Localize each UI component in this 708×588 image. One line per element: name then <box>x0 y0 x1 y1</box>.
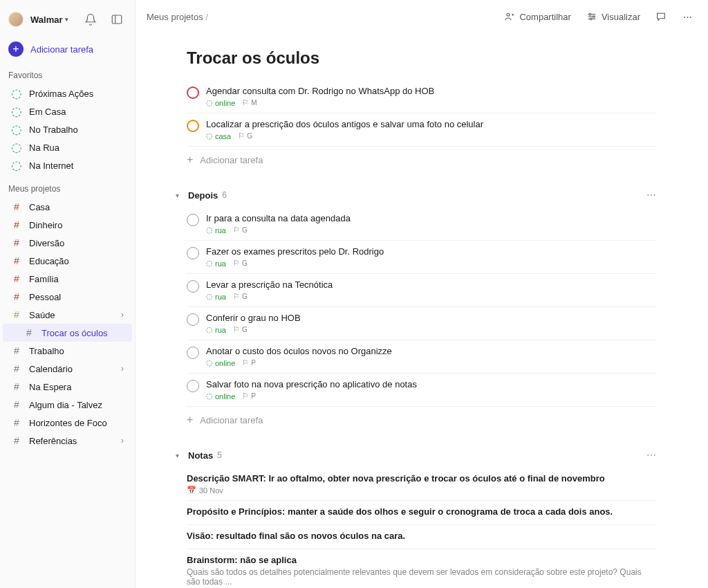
context-tag[interactable]: ◌rua <box>206 292 226 301</box>
filter-icon: ◌ <box>11 142 22 153</box>
sidebar-favorite-item[interactable]: ◌No Trabalho <box>3 120 132 138</box>
sidebar-project-item[interactable]: #Calendário› <box>3 360 132 378</box>
add-task-inline[interactable]: +Adicionar tarefa <box>187 147 657 173</box>
flag-tag[interactable]: ⚐G <box>233 292 248 301</box>
comment-icon <box>655 11 667 22</box>
filter-icon: ◌ <box>11 106 22 117</box>
filter-icon: ◌ <box>11 88 22 99</box>
breadcrumb[interactable]: Meus projetos / <box>147 12 208 22</box>
section-header[interactable]: ▾ Notas 5 ⋯ <box>187 448 657 462</box>
workspace-switcher[interactable]: Walmar ▾ <box>30 15 74 25</box>
hash-icon: # <box>11 273 22 284</box>
context-tag[interactable]: ◌online <box>206 392 235 401</box>
task-row[interactable]: Levar a prescrição na Tecnótica ◌rua ⚐G <box>187 274 657 307</box>
task-row[interactable]: Conferir o grau no HOB ◌rua ⚐G <box>187 307 657 340</box>
task-row[interactable]: Salvar foto na nova prescrição no aplica… <box>187 374 657 407</box>
more-button[interactable]: ⋯ <box>678 8 697 25</box>
more-icon: ⋯ <box>682 11 693 22</box>
sidebar-favorite-item[interactable]: ◌Em Casa <box>3 102 132 120</box>
flag-tag[interactable]: ⚐P <box>242 392 256 401</box>
task-row[interactable]: Anotar o custo dos óculos novos no Organ… <box>187 340 657 374</box>
sidebar-project-item[interactable]: #Referências› <box>3 432 132 450</box>
sidebar-favorite-item[interactable]: ◌Próximas Ações <box>3 84 132 102</box>
task-checkbox[interactable] <box>187 280 199 293</box>
tag-icon: ◌ <box>206 292 213 301</box>
chevron-right-icon: › <box>121 364 124 374</box>
sidebar-project-item[interactable]: #Casa <box>3 198 132 216</box>
task-checkbox[interactable] <box>187 86 199 99</box>
chevron-down-icon[interactable]: ▾ <box>170 448 184 462</box>
sidebar-project-item[interactable]: #Saúde› <box>3 306 132 324</box>
context-tag[interactable]: ◌rua <box>206 226 226 235</box>
note-title: Visão: resultado final são os novos ócul… <box>187 531 657 541</box>
sidebar-project-item[interactable]: #Algum dia - Talvez <box>3 396 132 414</box>
context-tag[interactable]: ◌rua <box>206 325 226 334</box>
task-row[interactable]: Ir para a consulta na data agendada ◌rua… <box>187 208 657 241</box>
add-task-inline[interactable]: +Adicionar tarefa <box>187 407 657 433</box>
section-more-icon[interactable]: ⋯ <box>646 450 657 461</box>
avatar[interactable] <box>8 12 24 27</box>
task-row[interactable]: Agendar consulta com Dr. Rodrigo no What… <box>187 80 657 113</box>
note-row[interactable]: Visão: resultado final são os novos ócul… <box>187 525 657 549</box>
share-button[interactable]: Compartilhar <box>500 8 575 25</box>
svg-point-2 <box>507 13 510 16</box>
hash-icon: # <box>24 327 35 338</box>
page-title: Trocar os óculos <box>187 48 657 68</box>
flag-tag[interactable]: ⚐M <box>242 98 257 107</box>
projects-header[interactable]: Meus projetos <box>0 181 135 198</box>
section-more-icon[interactable]: ⋯ <box>646 190 657 201</box>
flag-tag[interactable]: ⚐P <box>242 358 256 367</box>
task-row[interactable]: Fazer os exames prescritos pelo Dr. Rodr… <box>187 241 657 274</box>
note-title: Brainstorm: não se aplica <box>187 555 657 565</box>
task-title: Anotar o custo dos óculos novos no Organ… <box>206 346 657 356</box>
flag-icon: ⚐ <box>233 292 240 301</box>
note-row[interactable]: Descrição SMART: Ir ao oftalmo, obter no… <box>187 468 657 501</box>
context-tag[interactable]: ◌casa <box>206 131 231 140</box>
context-tag[interactable]: ◌rua <box>206 259 226 268</box>
hash-icon: # <box>11 399 22 410</box>
svg-rect-0 <box>112 15 122 24</box>
view-button[interactable]: Visualizar <box>582 8 644 25</box>
task-checkbox[interactable] <box>187 120 199 132</box>
flag-tag[interactable]: ⚐G <box>233 259 248 268</box>
plus-icon: + <box>187 414 193 426</box>
favorites-header[interactable]: Favoritos <box>0 68 135 84</box>
task-checkbox[interactable] <box>187 247 199 259</box>
chevron-right-icon: › <box>121 310 124 320</box>
tag-icon: ◌ <box>206 259 213 268</box>
sidebar-favorite-item[interactable]: ◌Na Rua <box>3 138 132 156</box>
flag-tag[interactable]: ⚐G <box>233 226 248 235</box>
sidebar-project-item[interactable]: #Dinheiro <box>3 216 132 234</box>
task-title: Ir para a consulta na data agendada <box>206 213 657 223</box>
task-checkbox[interactable] <box>187 313 199 326</box>
chevron-down-icon[interactable]: ▾ <box>170 188 184 202</box>
task-checkbox[interactable] <box>187 347 199 359</box>
flag-icon: ⚐ <box>242 98 249 107</box>
sidebar-project-item[interactable]: #Diversão <box>3 234 132 252</box>
task-title: Salvar foto na nova prescrição no aplica… <box>206 379 657 389</box>
task-checkbox[interactable] <box>187 380 199 392</box>
context-tag[interactable]: ◌online <box>206 98 235 107</box>
note-row[interactable]: Brainstorm: não se aplica Quais são todo… <box>187 549 657 588</box>
context-tag[interactable]: ◌online <box>206 358 235 367</box>
sidebar-project-item[interactable]: #Trocar os óculos <box>3 324 132 342</box>
sidebar-favorite-item[interactable]: ◌Na Internet <box>3 156 132 174</box>
flag-tag[interactable]: ⚐G <box>238 131 252 140</box>
comments-button[interactable] <box>651 8 671 25</box>
notifications-icon[interactable] <box>81 10 100 29</box>
sidebar-project-item[interactable]: #Na Espera <box>3 378 132 396</box>
note-description: Quais são todos os detalhes potencialmen… <box>187 567 657 587</box>
sidebar-project-item[interactable]: #Horizontes de Foco <box>3 414 132 432</box>
sidebar-project-item[interactable]: #Pessoal <box>3 288 132 306</box>
tag-icon: ◌ <box>206 131 213 140</box>
sidebar-toggle-icon[interactable] <box>107 10 127 29</box>
section-header[interactable]: ▾ Depois 6 ⋯ <box>187 188 657 202</box>
task-row[interactable]: Localizar a prescrição dos óculos antigo… <box>187 113 657 147</box>
add-task-button[interactable]: + Adicionar tarefa <box>0 37 135 61</box>
sidebar-project-item[interactable]: #Educação <box>3 252 132 270</box>
note-row[interactable]: Propósito e Princípios: manter a saúde d… <box>187 501 657 525</box>
task-checkbox[interactable] <box>187 214 199 226</box>
sidebar-project-item[interactable]: #Família <box>3 270 132 288</box>
flag-tag[interactable]: ⚐G <box>233 325 248 334</box>
sidebar-project-item[interactable]: #Trabalho <box>3 342 132 360</box>
